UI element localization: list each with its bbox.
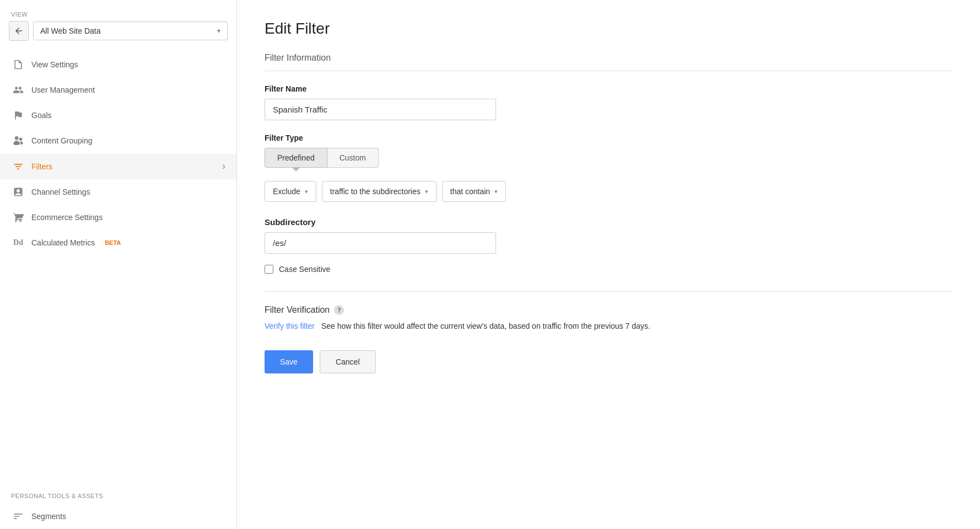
filter-dropdowns: Exclude ▾ traffic to the subdirectories … xyxy=(265,181,952,202)
document-icon xyxy=(13,59,24,70)
traffic-label: traffic to the subdirectories xyxy=(330,187,421,196)
sidebar-item-label: Content Grouping xyxy=(31,136,93,145)
filter-verification-label: Filter Verification xyxy=(265,305,330,315)
back-button[interactable] xyxy=(9,21,29,41)
filter-icon xyxy=(13,161,24,172)
sidebar-item-label: View Settings xyxy=(31,60,78,69)
contain-dropdown[interactable]: that contain ▾ xyxy=(442,181,506,202)
sidebar-item-segments[interactable]: Segments xyxy=(0,504,236,529)
dd-icon: Dd xyxy=(13,237,24,248)
sidebar-item-label: Calculated Metrics xyxy=(31,238,95,247)
chevron-down-icon: ▾ xyxy=(217,27,220,35)
filter-type-predefined-button[interactable]: Predefined xyxy=(265,148,327,168)
save-button[interactable]: Save xyxy=(265,350,313,373)
sidebar-item-label: Channel Settings xyxy=(31,188,90,196)
sidebar-item-goals[interactable]: Goals xyxy=(0,103,236,128)
case-sensitive-label: Case Sensitive xyxy=(279,265,330,274)
subdirectory-label: Subdirectory xyxy=(265,217,952,227)
cancel-button[interactable]: Cancel xyxy=(320,350,376,373)
nav-items: View Settings User Management Goals Cont… xyxy=(0,52,236,482)
exclude-label: Exclude xyxy=(273,187,300,196)
filter-verification-title: Filter Verification ? xyxy=(265,305,952,315)
sidebar-item-content-grouping[interactable]: Content Grouping xyxy=(0,128,236,153)
divider xyxy=(265,291,952,292)
view-label: VIEW xyxy=(0,11,236,21)
cart-icon xyxy=(13,212,24,223)
sidebar-item-view-settings[interactable]: View Settings xyxy=(0,52,236,77)
page-title: Edit Filter xyxy=(265,20,952,38)
filter-name-label: Filter Name xyxy=(265,84,952,93)
filter-type-section: Filter Type Predefined Custom xyxy=(265,133,952,168)
action-buttons: Save Cancel xyxy=(265,350,952,373)
sidebar-item-channel-settings[interactable]: Channel Settings xyxy=(0,179,236,205)
personal-tools-header: PERSONAL TOOLS & ASSETS xyxy=(0,482,236,504)
flag-icon xyxy=(13,110,24,121)
hierarchy-icon xyxy=(13,135,24,146)
users-icon xyxy=(13,84,24,95)
sidebar-item-label: User Management xyxy=(31,86,95,94)
channel-icon xyxy=(13,186,24,197)
verification-text: Verify this filter See how this filter w… xyxy=(265,322,952,330)
segments-icon xyxy=(13,511,24,522)
filter-type-custom-button[interactable]: Custom xyxy=(327,148,379,168)
sidebar-item-label: Goals xyxy=(31,111,52,120)
view-selector-row: All Web Site Data ▾ xyxy=(0,21,236,52)
sidebar-item-label: Filters xyxy=(31,162,52,171)
sidebar-item-calculated-metrics[interactable]: Dd Calculated Metrics BETA xyxy=(0,230,236,255)
exclude-dropdown[interactable]: Exclude ▾ xyxy=(265,181,316,202)
sidebar-item-ecommerce-settings[interactable]: Ecommerce Settings xyxy=(0,205,236,230)
chevron-down-icon: ▾ xyxy=(425,188,428,195)
case-sensitive-checkbox[interactable] xyxy=(265,265,273,274)
filter-information-section: Filter Information xyxy=(265,53,952,71)
traffic-dropdown[interactable]: traffic to the subdirectories ▾ xyxy=(322,181,437,202)
filter-type-buttons: Predefined Custom xyxy=(265,148,952,168)
sidebar-item-label: Ecommerce Settings xyxy=(31,213,103,222)
contain-label: that contain xyxy=(450,187,490,196)
sidebar-item-filters[interactable]: Filters › xyxy=(0,153,236,179)
subdirectory-input[interactable] xyxy=(265,232,496,254)
verify-description: See how this filter would affect the cur… xyxy=(321,322,650,330)
view-dropdown[interactable]: All Web Site Data ▾ xyxy=(33,22,228,40)
beta-badge: BETA xyxy=(105,239,121,246)
chevron-down-icon: ▾ xyxy=(494,188,498,195)
filter-name-input[interactable] xyxy=(265,99,496,120)
filter-type-label: Filter Type xyxy=(265,133,952,142)
filter-name-field: Filter Name xyxy=(265,84,952,133)
verify-filter-link[interactable]: Verify this filter xyxy=(265,322,315,330)
sidebar-item-label: Segments xyxy=(31,512,66,521)
active-arrow-icon: › xyxy=(222,161,225,172)
help-icon[interactable]: ? xyxy=(334,305,344,315)
case-sensitive-row: Case Sensitive xyxy=(265,265,952,274)
view-dropdown-label: All Web Site Data xyxy=(40,26,100,35)
sidebar: VIEW All Web Site Data ▾ View Settings U… xyxy=(0,0,237,529)
main-content: Edit Filter Filter Information Filter Na… xyxy=(237,0,980,529)
sidebar-item-user-management[interactable]: User Management xyxy=(0,77,236,103)
subdirectory-section: Subdirectory xyxy=(265,217,952,254)
chevron-down-icon: ▾ xyxy=(305,188,308,195)
